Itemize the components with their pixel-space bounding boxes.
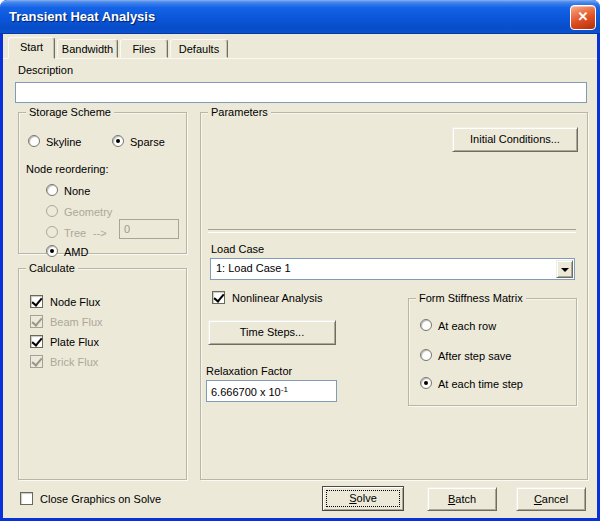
titlebar[interactable]: Transient Heat Analysis ✕ (0, 0, 600, 34)
nonlinear-analysis-checkbox[interactable] (212, 291, 225, 304)
radio-dot-icon (424, 381, 428, 385)
at-each-row-radio[interactable] (420, 319, 432, 331)
brick-flux-label: Brick Flux (50, 356, 98, 369)
relaxation-exponent: -1 (281, 385, 288, 394)
after-step-save-label[interactable]: After step save (438, 350, 511, 363)
tab-start[interactable]: Start (8, 37, 55, 59)
tab-defaults-label: Defaults (171, 40, 227, 55)
tab-defaults[interactable]: Defaults (170, 39, 228, 58)
node-flux-label[interactable]: Node Flux (50, 296, 100, 309)
skyline-radio[interactable] (28, 135, 40, 147)
beam-flux-checkbox (30, 315, 43, 328)
load-case-dropdown-button[interactable] (556, 260, 573, 278)
window-title: Transient Heat Analysis (9, 9, 155, 24)
chevron-down-icon (561, 268, 569, 272)
tab-start-label: Start (9, 38, 54, 53)
calculate-legend: Calculate (26, 262, 78, 275)
time-steps-button[interactable]: Time Steps... (208, 320, 336, 345)
dialog-window: Transient Heat Analysis ✕ Start Bandwidt… (0, 0, 600, 521)
tab-strip-baseline (3, 58, 597, 59)
radio-dot-icon (50, 249, 54, 253)
tab-bandwidth-label: Bandwidth (58, 40, 117, 55)
load-case-label: Load Case (211, 243, 264, 256)
tree-arrow-icon: --> (93, 227, 107, 240)
reorder-tree-radio (46, 226, 58, 238)
description-input[interactable] (15, 82, 587, 103)
sparse-radio[interactable] (112, 135, 124, 147)
parameters-legend: Parameters (208, 106, 271, 119)
after-step-save-radio[interactable] (420, 349, 432, 361)
radio-dot-icon (116, 139, 120, 143)
nonlinear-analysis-label[interactable]: Nonlinear Analysis (232, 292, 323, 305)
beam-flux-label: Beam Flux (50, 316, 103, 329)
initial-conditions-button[interactable]: Initial Conditions... (452, 127, 578, 152)
close-graphics-checkbox[interactable] (20, 492, 33, 505)
brick-flux-checkbox (30, 355, 43, 368)
reorder-geometry-radio (46, 205, 58, 217)
close-graphics-label[interactable]: Close Graphics on Solve (40, 493, 161, 506)
batch-button[interactable]: Batch (427, 487, 497, 511)
cancel-button[interactable]: Cancel (516, 487, 586, 511)
reorder-amd-radio[interactable] (46, 245, 58, 257)
plate-flux-label[interactable]: Plate Flux (50, 336, 99, 349)
reorder-tree-label: Tree (64, 227, 86, 240)
reorder-geometry-label: Geometry (64, 206, 112, 219)
tab-files[interactable]: Files (120, 39, 168, 58)
close-icon: ✕ (578, 9, 589, 24)
description-label: Description (18, 64, 73, 77)
parameters-separator (208, 229, 576, 233)
check-icon (31, 315, 42, 327)
calculate-group: Calculate (18, 268, 187, 480)
at-each-row-label[interactable]: At each row (438, 320, 496, 333)
at-each-time-step-radio[interactable] (420, 377, 432, 389)
tab-bandwidth[interactable]: Bandwidth (57, 39, 118, 58)
close-button[interactable]: ✕ (570, 5, 596, 30)
at-each-time-step-label[interactable]: At each time step (438, 378, 523, 391)
relaxation-mantissa: 6.666700 x 10 (211, 386, 281, 398)
check-icon (31, 335, 42, 347)
check-icon (213, 291, 224, 303)
relaxation-factor-input[interactable]: 6.666700 x 10-1 (206, 380, 337, 402)
skyline-radio-label[interactable]: Skyline (46, 136, 81, 149)
node-reordering-label: Node reordering: (26, 163, 109, 176)
check-icon (31, 295, 42, 307)
reorder-none-label[interactable]: None (64, 185, 90, 198)
reorder-none-radio[interactable] (46, 184, 58, 196)
tree-depth-input (119, 219, 179, 239)
plate-flux-checkbox[interactable] (30, 335, 43, 348)
node-flux-checkbox[interactable] (30, 295, 43, 308)
sparse-radio-label[interactable]: Sparse (130, 136, 165, 149)
load-case-value: 1: Load Case 1 (216, 262, 291, 274)
form-stiffness-matrix-legend: Form Stiffness Matrix (416, 292, 526, 305)
load-case-combobox[interactable]: 1: Load Case 1 (210, 258, 575, 280)
reorder-amd-label[interactable]: AMD (64, 246, 88, 259)
check-icon (31, 355, 42, 367)
relaxation-factor-label: Relaxation Factor (206, 365, 292, 378)
solve-button[interactable]: Solve (322, 486, 404, 511)
storage-scheme-legend: Storage Scheme (26, 106, 114, 119)
tab-files-label: Files (121, 40, 167, 55)
